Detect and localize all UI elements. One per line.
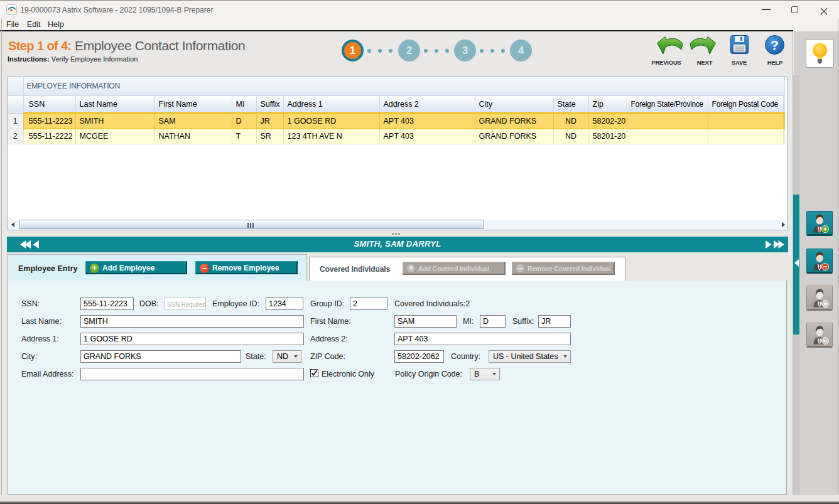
svg-text:?: ? [771, 38, 779, 52]
